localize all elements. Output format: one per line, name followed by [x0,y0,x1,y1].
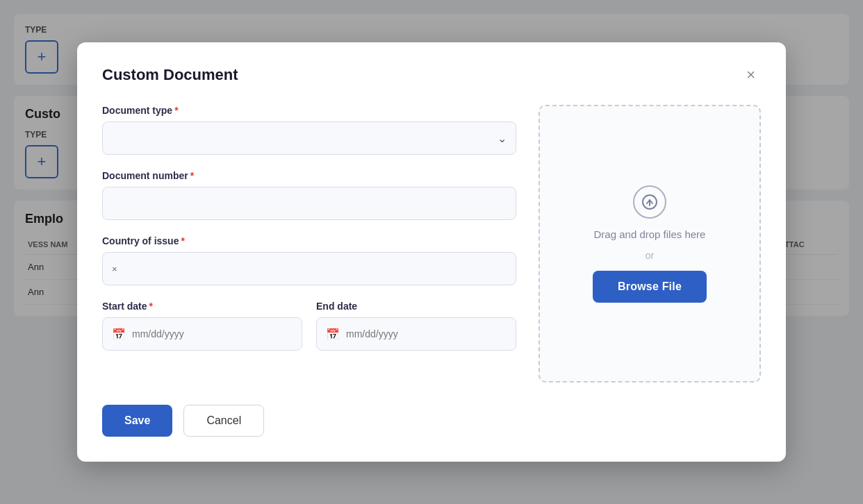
close-button[interactable]: × [741,65,761,85]
date-row: Start date * 📅 End date [102,301,516,351]
document-type-select-wrapper: ⌄ [102,121,516,155]
cancel-button[interactable]: Cancel [183,405,264,437]
or-text: or [646,250,654,261]
start-date-group: Start date * 📅 [102,301,302,351]
end-date-group: End date 📅 [316,301,516,351]
modal: Custom Document × Document type * ⌄ [77,42,786,462]
browse-file-button[interactable]: Browse File [593,271,707,303]
modal-title: Custom Document [102,66,238,84]
document-type-select[interactable] [102,121,516,155]
start-date-input-wrapper: 📅 [102,317,302,351]
required-star-startdate: * [149,301,153,312]
modal-body: Document type * ⌄ Document number * [102,105,761,383]
country-of-issue-input[interactable] [102,252,516,285]
country-input-wrapper: × [102,252,516,285]
drag-drop-text: Drag and drop files here [594,228,706,240]
save-button[interactable]: Save [102,405,172,437]
country-of-issue-label: Country of issue * [102,235,516,246]
modal-header: Custom Document × [102,65,761,85]
required-star-doctype: * [174,105,178,116]
upload-panel: Drag and drop files here or Browse File [539,105,761,383]
upload-icon [633,185,666,219]
end-date-input[interactable] [316,317,516,351]
form-panel: Document type * ⌄ Document number * [102,105,516,383]
end-date-input-wrapper: 📅 [316,317,516,351]
modal-overlay: Custom Document × Document type * ⌄ [0,0,863,504]
country-of-issue-group: Country of issue * × [102,235,516,285]
document-type-group: Document type * ⌄ [102,105,516,155]
end-date-label: End date [316,301,516,312]
required-star-country: * [181,235,184,246]
start-date-label: Start date * [102,301,302,312]
document-number-group: Document number * [102,170,516,220]
start-date-input[interactable] [102,317,302,351]
document-number-label: Document number * [102,170,516,181]
required-star-docnum: * [190,170,194,181]
document-number-input[interactable] [102,187,516,220]
document-type-label: Document type * [102,105,516,116]
modal-footer: Save Cancel [102,405,761,437]
